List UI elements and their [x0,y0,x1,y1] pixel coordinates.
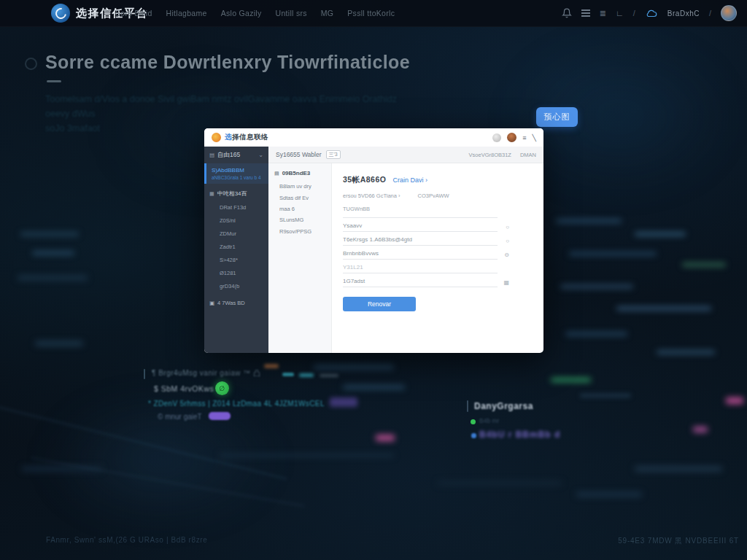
chevron-down-icon: ⌄ [258,152,263,158]
field-value[interactable]: Y31L21 [343,261,498,273]
bell-icon[interactable] [562,8,572,18]
nav-item-1[interactable]: Hitlagbame [166,9,207,18]
collapse-icon[interactable]: ╲ [533,134,536,141]
field-value[interactable]: BrnbnbBvvws [343,247,498,260]
nav-item-2[interactable]: Aslo Gazily [221,9,262,18]
divider-slash: / [709,9,711,18]
grid2-icon: ▦ [209,191,214,197]
sidebar-item-2[interactable]: ZDMur [204,227,268,240]
menu-icon[interactable]: ≡ [522,134,526,141]
bg-code-line: ¶ Brgr4uMsg vanir gaiaw ™ 凸 [152,368,260,378]
form-panel: 35帐A866O Crain Davi › ersou 5VD66 GcTian… [332,163,543,353]
window-brand: 选择信息联络 [225,133,268,142]
sidebar-item-5[interactable]: Ø1281 [204,266,268,279]
field-toggle-icon[interactable]: ⊖ [498,252,509,260]
hero-line2: soJo 3mafaot [45,123,100,133]
bg-blob [282,373,294,376]
bg-blob [438,481,562,485]
bg-blob [320,374,338,377]
cloud-icon[interactable] [645,8,658,18]
subnav-item-1[interactable]: Sdtas dif Ev [268,192,331,203]
field-circle-icon[interactable]: ○ [498,224,509,232]
sidebar-section-label: 中吨相34百 [217,190,247,198]
nav-item-5[interactable]: Pssll ttoKorlc [347,9,395,18]
bg-blob [376,435,395,441]
bg-dot-green [471,419,476,424]
field-label: TUGWnBB [343,206,533,212]
hero-cta-button[interactable]: 预心图 [536,107,578,127]
nav-item-4[interactable]: MG [321,9,334,18]
empty-field[interactable] [343,212,498,218]
bg-blob [314,365,394,370]
bg-blob [565,332,627,336]
bg-blob [576,492,642,497]
bg-blob [35,341,83,346]
field-value[interactable]: 1G7adst [343,275,498,287]
status-badge-green: ∅ [215,381,229,395]
sidebar-section[interactable]: ▦ 中吨相34百 [204,184,268,201]
hero-line1: Toomelsam d/Vios a donoe Sivil gwiBam nm… [45,94,397,119]
bg-blob [32,251,74,255]
submit-button[interactable]: Renovar [343,297,416,311]
sidebar-item-6[interactable]: grD34(b [204,279,268,292]
subnav-header-label: 09B5ndE3 [282,170,311,176]
subnav-item-4[interactable]: R9sov/PPSG [268,226,331,237]
avatar[interactable] [507,133,516,142]
field-value[interactable]: Ysaavv [343,219,498,232]
navbar-right: ≣ ∟ / BraDxhC / [562,0,737,26]
bg-blob [551,378,591,382]
field-value[interactable]: T6eKrsgs 1.A6B3bs@4gtd [343,233,498,246]
corner-icon[interactable]: ∟ [616,9,624,18]
breadcrumb[interactable]: Sy16655 Wabler [276,151,322,158]
subnav-item-2[interactable]: maa 6 [268,203,331,214]
bg-blob [580,394,631,397]
bg-code-line: * ZDenV 5rhmss | Z014 LzDmaa 4L 4JZM1WsC… [148,400,325,408]
bg-blob [682,262,726,267]
sidebar-item-selected[interactable]: S)AbdBBBM aNBC3Grala 1 varu b 4 [204,163,268,184]
page: ¶ Brgr4uMsg vanir gaiaw ™ 凸 $ SbM 4rvOKw… [0,0,747,560]
bg-blob [726,397,743,404]
nav-item-3[interactable]: Untill srs [276,9,307,18]
subnav-header[interactable]: ▤ 09B5ndE3 [268,163,331,181]
list-icon[interactable]: ≣ [600,9,606,18]
subnav-item-0[interactable]: B8lam uv dry [268,181,331,192]
field-circle-icon[interactable]: ○ [498,238,509,246]
bg-blob [635,467,722,471]
form-title-row: 35帐A866O Crain Davi › [343,175,533,185]
field-spacer [498,272,509,273]
user-avatar[interactable] [721,5,737,21]
bg-panel-purple: B4bU r BBmBb d [479,429,560,440]
topbar-meta-2[interactable]: DMAN [520,152,536,158]
form-link[interactable]: Crain Davi › [392,176,427,184]
topbar-meta: VsoeVGr8OB31Z DMAN [469,152,536,158]
grid-icon: ▤ [209,152,214,158]
primary-sidebar: S)AbdBBBM aNBC3Grala 1 varu b 4 ▦ 中吨相34百… [204,163,268,353]
sidebar-header[interactable]: ▤ 自由165 ⌄ [204,147,268,163]
footer-right-text: 59-4E3 7MDW 黑 NVDBEEIII 6T [618,536,739,546]
window-header: 选择信息联络 ≡ ╲ [204,128,543,147]
nav-item-0[interactable]: Sore Billid [115,9,152,18]
secondary-sidebar: ▤ 09B5ndE3 B8lam uv dry Sdtas dif Ev maa… [268,163,332,353]
sidebar-item-3[interactable]: Zadtr1 [204,240,268,253]
bg-vline [467,400,468,412]
field-calendar-icon[interactable]: ▦ [498,279,509,287]
sidebar-item-1[interactable]: Z0S/nl [204,214,268,227]
sidebar-item-4[interactable]: S>428* [204,253,268,266]
app-window: 选择信息联络 ≡ ╲ ▤ 自由165 ⌄ Sy16655 Wabler 三'3 … [204,128,543,353]
hamburger-icon[interactable] [581,9,590,17]
sidebar-item-bottom[interactable]: ▣ 4 7Was BD [204,294,268,312]
window-topbar: ▤ 自由165 ⌄ Sy16655 Wabler 三'3 VsoeVGr8OB3… [204,147,543,163]
bg-blob [343,385,405,389]
sidebar-item-0[interactable]: DRat F13d [204,201,268,214]
title-underline [47,80,61,82]
subnav-item-3[interactable]: SLunsMG [268,214,331,225]
bg-blob [18,276,88,280]
account-label[interactable]: BraDxhC [667,9,700,18]
selected-label: S)AbdBBBM [212,167,264,174]
form-title: 35帐A866O [343,175,386,185]
sidebar-header-label: 自由165 [217,151,240,160]
breadcrumb-badge: 三'3 [326,150,341,159]
bg-blob [330,397,357,407]
avatar[interactable] [492,133,501,142]
brand-logo[interactable] [51,4,70,23]
